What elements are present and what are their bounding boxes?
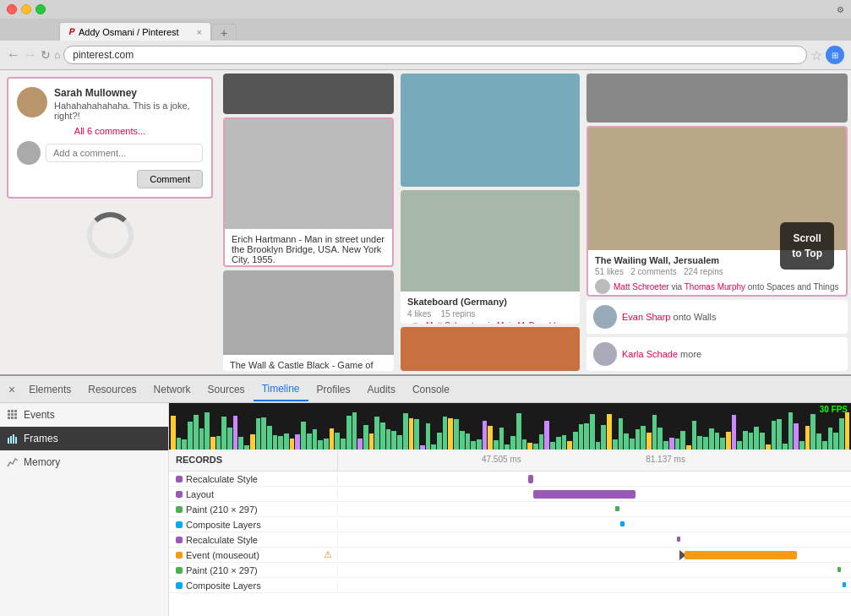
pin-meta-skate: 4 likes 15 repins	[407, 309, 573, 319]
window-title-icon: ⚙	[837, 5, 844, 14]
memory-icon	[7, 456, 19, 468]
svg-rect-8	[14, 417, 17, 419]
page-content: Sarah Mullowney Hahahahahahaha. This is …	[0, 70, 851, 374]
record-dot-composite1	[620, 521, 625, 526]
reload-button[interactable]: ↻	[41, 48, 51, 62]
pin-image-brooklyn	[225, 119, 392, 229]
loading-spinner	[87, 212, 134, 259]
record-timeline-paint1	[338, 502, 851, 516]
timeline-sidebar: Events Frames Memory	[0, 403, 169, 616]
devtools-panel: × Elements Resources Network Sources Tim…	[0, 374, 851, 616]
record-bar-recalcstyle1	[528, 475, 533, 483]
svg-rect-1	[11, 410, 14, 412]
tab-timeline[interactable]: Timeline	[254, 378, 308, 401]
tab-elements[interactable]: Elements	[20, 379, 79, 401]
comment-input[interactable]	[46, 144, 203, 162]
pinterest-col4: The Wailing Wall, Jersualem 51 likes 2 c…	[583, 70, 851, 374]
record-timeline-composite1	[338, 517, 851, 532]
pin-card-wailing: The Wailing Wall, Jersualem 51 likes 2 c…	[586, 126, 848, 297]
record-label-layout: Layout	[169, 489, 338, 499]
all-comments-link[interactable]: All 6 comments...	[17, 126, 203, 136]
home-button[interactable]: ⌂	[54, 49, 60, 61]
time-marker-1: 47.505 ms	[482, 455, 521, 464]
pin-user-evan: Evan Sharp onto Walls	[586, 300, 848, 334]
devtools-tabbar: × Elements Resources Network Sources Tim…	[0, 376, 851, 403]
records-label: RECORDS	[169, 450, 338, 471]
record-dot-composite2	[843, 582, 846, 587]
events-label: Events	[24, 409, 55, 421]
record-row-layout: Layout	[169, 487, 851, 502]
timeline-main: 30 FPS RECORDS 47.505 ms 81.137 ms Re	[169, 403, 851, 616]
tab-audits[interactable]: Audits	[359, 379, 404, 401]
pin-via-user-skate[interactable]: Matt Schroeter	[426, 321, 482, 324]
comment-button[interactable]: Comment	[137, 170, 203, 188]
record-row-event: Event (mouseout) ⚠	[169, 548, 851, 563]
record-timeline-paint2	[338, 563, 851, 577]
tab-console[interactable]: Console	[404, 379, 458, 401]
avatar-evan	[593, 305, 617, 329]
record-label-recalcstyle2: Recalculate Style	[169, 535, 338, 545]
svg-rect-9	[8, 438, 9, 444]
address-bar[interactable]: pinterest.com	[63, 46, 807, 64]
tab-favicon: 𝙋	[68, 26, 74, 37]
record-label-composite1: Composite Layers	[169, 520, 338, 530]
pin-via-target-skate[interactable]: Maia McDonald	[497, 321, 555, 324]
memory-label: Memory	[24, 456, 60, 468]
bookmark-icon[interactable]: ☆	[810, 47, 822, 63]
record-color-paint1	[176, 506, 183, 513]
record-timeline-layout	[338, 487, 851, 501]
warning-icon-event: ⚠	[324, 549, 332, 560]
pin-title-brooklyn: Erich Hartmann - Man in street under the…	[232, 234, 385, 264]
google-apps-icon[interactable]: ⊞	[826, 46, 844, 64]
tab-sources[interactable]: Sources	[199, 379, 254, 401]
karla-name[interactable]: Karla Schade	[622, 349, 678, 359]
devtools-close-button[interactable]: ×	[3, 381, 20, 398]
sidebar-item-frames[interactable]: Frames	[0, 427, 168, 450]
pin-card-wall: The Wall & Castle Black - Game of Throne…	[223, 270, 394, 371]
record-row-paint1: Paint (210 × 297)	[169, 502, 851, 517]
record-timeline-event	[338, 548, 851, 562]
avatar-matt-wailing	[595, 279, 610, 294]
karla-text: Karla Schade more	[622, 349, 701, 359]
new-tab-button[interactable]: +	[211, 24, 237, 41]
loading-spinner-container	[7, 204, 213, 267]
evan-name[interactable]: Evan Sharp	[622, 312, 670, 322]
via-text2: via	[483, 321, 497, 324]
fps-label: 30 FPS	[820, 405, 848, 414]
pin-user-wailing: Matt Schroeter via Thomas Murphy onto Sp…	[614, 282, 838, 292]
sidebar-item-memory[interactable]: Memory	[0, 450, 168, 474]
tab-network[interactable]: Network	[145, 379, 199, 401]
back-button[interactable]: ←	[7, 47, 20, 63]
svg-rect-2	[14, 410, 17, 412]
svg-rect-11	[13, 434, 14, 444]
record-row-recalcstyle2: Recalculate Style	[169, 532, 851, 548]
browser-tab[interactable]: 𝙋 Addy Osmani / Pinterest ×	[59, 22, 211, 41]
pin-title-wall: The Wall & Castle Black - Game of Throne…	[230, 360, 387, 371]
scroll-to-top-button[interactable]: Scrollto Top	[780, 222, 834, 270]
close-window-button[interactable]	[7, 4, 17, 14]
comment-avatar	[17, 141, 41, 165]
timeline-body: Events Frames Memory 30 FPS	[0, 403, 851, 616]
record-label-paint2: Paint (210 × 297)	[169, 565, 338, 575]
pin-repins-skate: 15 repins	[440, 309, 475, 319]
user-name-sarah: Sarah Mullowney	[54, 87, 203, 99]
maximize-window-button[interactable]	[35, 4, 46, 14]
browser-chrome: ⚙ 𝙋 Addy Osmani / Pinterest × + ← → ↻ ⌂ …	[0, 0, 851, 70]
pin-card-brooklyn: Erich Hartmann - Man in street under the…	[223, 117, 394, 267]
avatar-matt-skate	[407, 323, 423, 324]
pin-card-skateboard: Skateboard (Germany) 4 likes 15 repins M…	[401, 190, 580, 324]
record-color-layout	[176, 491, 183, 498]
record-color-recalcstyle1	[176, 476, 183, 482]
tab-close-button[interactable]: ×	[197, 27, 202, 37]
record-bar-layout	[533, 490, 636, 499]
record-color-event	[176, 552, 183, 559]
record-color-recalcstyle2	[176, 537, 183, 543]
sidebar-item-events[interactable]: Events	[0, 403, 168, 427]
forward-button[interactable]: →	[24, 47, 37, 63]
pin-card-comment: Sarah Mullowney Hahahahahahaha. This is …	[7, 77, 213, 199]
record-timeline-composite2	[338, 578, 851, 592]
tab-resources[interactable]: Resources	[79, 379, 145, 401]
pin-image-food	[401, 327, 580, 371]
minimize-window-button[interactable]	[21, 4, 31, 14]
tab-profiles[interactable]: Profiles	[308, 379, 359, 401]
